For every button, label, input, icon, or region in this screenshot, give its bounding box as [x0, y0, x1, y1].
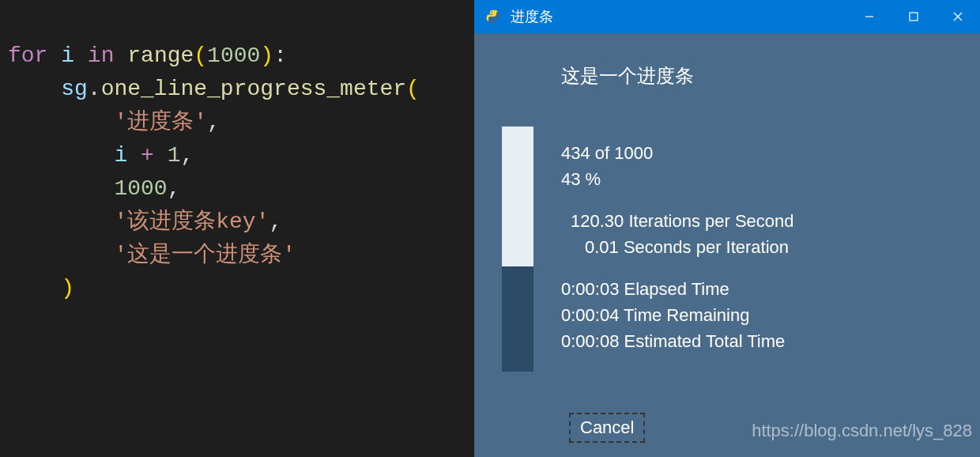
arg-one: 1	[168, 143, 181, 168]
percent-text: 43 %	[561, 166, 794, 192]
close-icon	[952, 11, 963, 22]
progress-stats: 434 of 1000 43 % 120.30 Iterations per S…	[561, 140, 794, 370]
window-controls	[847, 0, 980, 33]
arg-msg: '这是一个进度条'	[114, 243, 296, 267]
func-range: range	[127, 43, 194, 68]
minimize-button[interactable]	[847, 0, 891, 33]
arg-title: '进度条'	[114, 110, 207, 134]
comma: ,	[168, 176, 181, 201]
paren-open-2: (	[406, 77, 420, 101]
progress-heading: 这是一个进度条	[561, 63, 694, 89]
progress-bar	[502, 127, 533, 372]
keyword-in: in	[88, 43, 115, 68]
paren-close-2: )	[61, 276, 74, 300]
elapsed-time: 0:00:03 Elapsed Time	[561, 276, 794, 302]
arg-i: i	[114, 143, 127, 168]
estimated-total: 0:00:08 Estimated Total Time	[561, 328, 794, 354]
keyword-for: for	[8, 43, 47, 68]
comma: ,	[207, 110, 220, 134]
minimize-icon	[864, 11, 875, 22]
arg-key: '该进度条key'	[114, 210, 269, 234]
method-name: one_line_progress_meter	[101, 77, 406, 101]
close-button[interactable]	[936, 0, 980, 33]
comma: ,	[269, 210, 282, 234]
window-body: 这是一个进度条 434 of 1000 43 % 120.30 Iteratio…	[474, 33, 980, 457]
progress-fill	[502, 127, 533, 266]
window-title: 进度条	[511, 7, 847, 26]
obj-sg: sg	[61, 77, 88, 101]
progress-window: 进度条 这是一个进度条 434 of 1000 43 % 12	[474, 0, 980, 457]
iterations-per-second: 120.30 Iterations per Second	[561, 208, 794, 234]
arg-max: 1000	[114, 176, 167, 201]
dot: .	[88, 77, 101, 101]
watermark-text: https://blog.csdn.net/lys_828	[752, 421, 972, 441]
comma: ,	[180, 143, 194, 168]
titlebar[interactable]: 进度条	[474, 0, 980, 33]
op-plus: +	[141, 143, 154, 168]
time-remaining: 0:00:04 Time Remaining	[561, 302, 794, 328]
paren-open: (	[194, 43, 207, 68]
var-i: i	[61, 43, 74, 68]
python-icon	[485, 9, 501, 25]
cancel-button[interactable]: Cancel	[569, 413, 645, 443]
maximize-button[interactable]	[891, 0, 936, 33]
paren-close: )	[260, 43, 273, 68]
svg-rect-1	[910, 13, 918, 21]
colon: :	[273, 43, 287, 68]
count-text: 434 of 1000	[561, 140, 794, 166]
range-arg: 1000	[207, 43, 260, 68]
maximize-icon	[908, 11, 919, 22]
seconds-per-iteration: 0.01 Seconds per Iteration	[561, 234, 794, 260]
code-editor: for i in range(1000): sg.one_line_progre…	[0, 0, 474, 457]
